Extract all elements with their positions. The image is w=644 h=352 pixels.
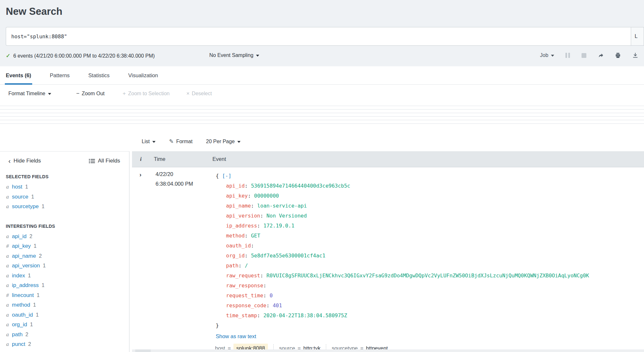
colon: : bbox=[251, 243, 254, 249]
field-type-glyph: a bbox=[6, 312, 12, 318]
chevron-down-icon bbox=[551, 55, 554, 57]
json-key: api_id bbox=[226, 183, 245, 189]
chevron-down-icon bbox=[237, 141, 241, 143]
pause-icon bbox=[565, 53, 567, 58]
json-key: oauth_id bbox=[226, 243, 251, 249]
export-button[interactable] bbox=[632, 52, 638, 58]
field-item-org_id[interactable]: a org_id 1 bbox=[0, 320, 129, 330]
json-key: raw_response bbox=[226, 283, 263, 289]
event-sampling-dropdown[interactable]: No Event Sampling bbox=[209, 52, 259, 58]
fields-sidebar-header: ‹ Hide Fields All Fields bbox=[0, 152, 129, 164]
colon: : bbox=[245, 233, 248, 239]
field-count: 1 bbox=[30, 322, 33, 328]
field-item-api_key[interactable]: # api_key 1 bbox=[0, 241, 129, 251]
colon: : bbox=[260, 213, 263, 219]
page-title: New Search bbox=[6, 6, 62, 17]
print-button[interactable] bbox=[615, 52, 621, 58]
time-range-picker-button[interactable]: L bbox=[631, 27, 644, 46]
field-item-punct[interactable]: a punct 2 bbox=[0, 339, 129, 349]
all-fields-button[interactable]: All Fields bbox=[89, 158, 120, 164]
event-date: 4/22/20 bbox=[156, 169, 193, 179]
field-count: 1 bbox=[43, 263, 46, 269]
json-field-row: oauth_id: bbox=[216, 241, 589, 251]
field-name: punct bbox=[12, 341, 25, 347]
collapse-json-toggle[interactable]: [-] bbox=[222, 173, 232, 179]
json-value: 536915894e71466440400d3ce963cb5c bbox=[251, 183, 350, 189]
json-value: 401 bbox=[273, 302, 282, 309]
json-value: Non Versioned bbox=[267, 213, 307, 219]
json-field-row: api_id:536915894e71466440400d3ce963cb5c bbox=[216, 181, 589, 191]
format-timeline-dropdown[interactable]: Format Timeline bbox=[8, 91, 51, 97]
chevron-down-icon bbox=[256, 55, 259, 57]
tab-patterns[interactable]: Patterns bbox=[50, 66, 70, 84]
json-key: method bbox=[226, 233, 245, 239]
job-dropdown[interactable]: Job bbox=[540, 52, 554, 58]
tab-visualization-label: Visualization bbox=[128, 72, 158, 79]
colon: : bbox=[239, 263, 242, 269]
events-panel: i Time Event › 4/22/20 6:38:04.000 PM {[… bbox=[132, 151, 644, 352]
field-item-path[interactable]: a path 2 bbox=[0, 330, 129, 340]
list-view-dropdown[interactable]: List bbox=[142, 139, 156, 144]
results-tabs: Events (6) Patterns Statistics Visualiza… bbox=[0, 66, 644, 85]
zoom-to-selection-button[interactable]: + Zoom to Selection bbox=[123, 90, 170, 97]
field-count: 1 bbox=[36, 312, 39, 318]
colon: : bbox=[245, 183, 248, 189]
field-item-sourcetype[interactable]: a sourcetype 1 bbox=[0, 202, 129, 212]
field-item-host[interactable]: a host 1 bbox=[0, 182, 129, 192]
pencil-icon: ✎ bbox=[169, 138, 174, 145]
close-brace: } bbox=[216, 322, 219, 329]
field-name: oauth_id bbox=[12, 312, 33, 318]
field-item-oauth_id[interactable]: a oauth_id 1 bbox=[0, 310, 129, 320]
show-as-raw-text-link[interactable]: Show as raw text bbox=[216, 333, 256, 339]
field-name: api_id bbox=[12, 233, 26, 240]
field-item-method[interactable]: a method 1 bbox=[0, 300, 129, 310]
field-item-api_name[interactable]: a api_name 2 bbox=[0, 251, 129, 261]
format-results-button[interactable]: ✎ Format bbox=[169, 138, 193, 145]
json-key: api_name bbox=[226, 203, 251, 209]
hide-fields-button[interactable]: ‹ Hide Fields bbox=[8, 158, 41, 164]
field-type-glyph: # bbox=[6, 292, 12, 299]
field-type-glyph: a bbox=[6, 341, 12, 347]
field-count: 1 bbox=[28, 273, 31, 279]
field-item-index[interactable]: a index 1 bbox=[0, 271, 129, 281]
events-timeline-chart[interactable] bbox=[0, 106, 644, 124]
x-icon: × bbox=[186, 90, 190, 97]
tab-events[interactable]: Events (6) bbox=[6, 66, 31, 84]
tab-statistics[interactable]: Statistics bbox=[88, 66, 109, 84]
search-input[interactable] bbox=[6, 27, 631, 46]
colon: : bbox=[251, 203, 254, 209]
splunk-search-page: New Search L ✓ 6 events (4/21/20 6:00:00… bbox=[0, 0, 644, 352]
field-count: 1 bbox=[42, 204, 44, 209]
open-brace: { bbox=[216, 173, 219, 179]
field-name: org_id bbox=[12, 321, 27, 328]
field-item-source[interactable]: a source 1 bbox=[0, 192, 129, 202]
field-type-glyph: a bbox=[6, 203, 12, 210]
time-range-label: L bbox=[635, 33, 638, 39]
event-time-cell: 4/22/20 6:38:04.000 PM bbox=[156, 169, 193, 189]
field-item-api_id[interactable]: a api_id 2 bbox=[0, 232, 129, 242]
colon: : bbox=[257, 223, 260, 229]
json-field-row: raw_response: bbox=[216, 281, 589, 291]
json-key: org_id bbox=[226, 253, 245, 259]
stop-icon bbox=[582, 53, 586, 58]
zoom-out-button[interactable]: − Zoom Out bbox=[76, 90, 105, 97]
stop-button[interactable] bbox=[582, 53, 586, 58]
tab-visualization[interactable]: Visualization bbox=[128, 66, 158, 84]
deselect-button[interactable]: × Deselect bbox=[186, 90, 212, 97]
field-item-ip_address[interactable]: a ip_address 1 bbox=[0, 281, 129, 291]
json-field-row: request_time:0 bbox=[216, 291, 589, 301]
field-name: sourcetype bbox=[12, 203, 39, 210]
field-item-api_version[interactable]: a api_version 1 bbox=[0, 261, 129, 271]
list-icon bbox=[89, 159, 95, 163]
field-count: 1 bbox=[34, 243, 37, 249]
pause-icon bbox=[568, 53, 570, 58]
colon: : bbox=[248, 193, 251, 199]
pause-button[interactable] bbox=[565, 53, 570, 58]
per-page-dropdown[interactable]: 20 Per Page bbox=[206, 139, 241, 144]
share-button[interactable] bbox=[598, 52, 604, 58]
format-timeline-label: Format Timeline bbox=[8, 91, 45, 97]
field-name: linecount bbox=[12, 292, 34, 299]
field-count: 1 bbox=[33, 302, 36, 308]
expand-event-arrow[interactable]: › bbox=[139, 171, 141, 178]
field-item-linecount[interactable]: # linecount 1 bbox=[0, 291, 129, 301]
